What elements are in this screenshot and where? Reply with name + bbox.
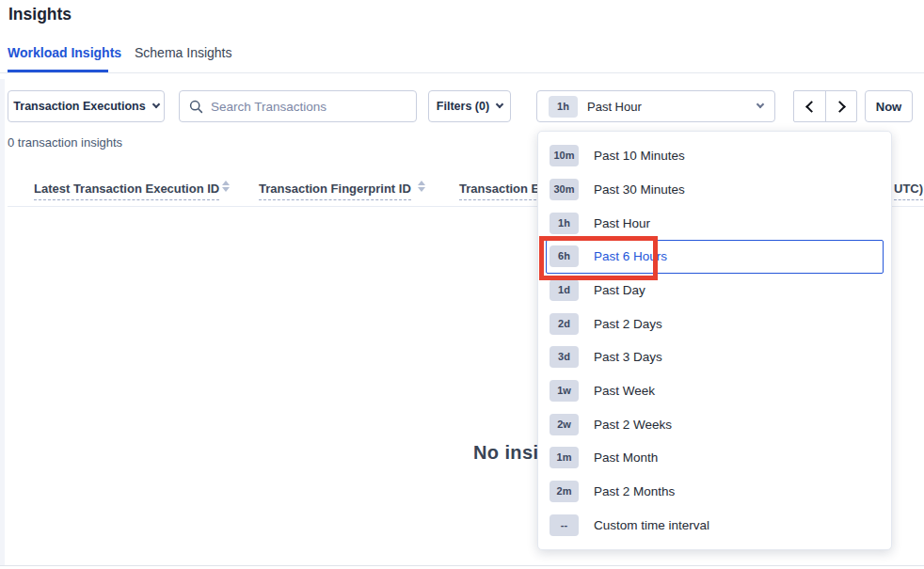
time-option-label: Past 2 Weeks: [594, 418, 672, 432]
time-interval-badge: 1h: [549, 96, 578, 118]
time-option-past-week[interactable]: 1w Past Week: [546, 374, 884, 408]
time-option-badge: 10m: [550, 145, 579, 166]
search-box[interactable]: [179, 90, 417, 122]
time-option-label: Past 3 Days: [594, 350, 662, 364]
time-option-badge: 2w: [550, 414, 579, 435]
filters-button[interactable]: Filters (0): [428, 90, 511, 122]
column-header-start-time-utc-fragment[interactable]: UTC): [894, 182, 923, 200]
chevron-down-icon: [496, 101, 503, 108]
time-option-past-day[interactable]: 1d Past Day: [546, 274, 884, 308]
time-option-past-3-days[interactable]: 3d Past 3 Days: [546, 340, 884, 374]
tabs-divider: [0, 72, 924, 73]
time-option-label: Past Hour: [594, 216, 650, 230]
time-option-label: Past Month: [594, 450, 658, 465]
time-option-badge: 2d: [550, 313, 579, 335]
time-option-past-2-months[interactable]: 2m Past 2 Months: [546, 475, 884, 509]
time-pager: [793, 90, 857, 122]
now-button-label: Now: [876, 100, 901, 114]
time-option-past-6-hours[interactable]: 6h Past 6 Hours: [546, 240, 884, 274]
time-option-badge: 30m: [550, 179, 579, 200]
time-option-label: Past 2 Months: [594, 484, 675, 498]
time-option-badge: 3d: [550, 346, 579, 368]
page-bottom-divider: [0, 565, 924, 566]
time-option-badge: 1m: [550, 447, 579, 468]
tab-schema-insights[interactable]: Schema Insights: [135, 45, 232, 60]
filters-button-label: Filters (0): [437, 100, 489, 113]
chevron-down-icon: [151, 101, 159, 108]
transaction-type-select[interactable]: Transaction Executions: [8, 90, 165, 122]
time-option-label: Past 10 Minutes: [594, 149, 685, 163]
time-option-badge: --: [550, 514, 579, 536]
time-option-past-hour[interactable]: 1h Past Hour: [546, 206, 884, 240]
search-input[interactable]: [211, 100, 406, 114]
now-button[interactable]: Now: [865, 90, 913, 122]
time-interval-dropdown: 10m Past 10 Minutes 30m Past 30 Minutes …: [537, 131, 892, 550]
chevron-right-icon: [834, 101, 846, 113]
time-option-badge: 1w: [550, 380, 579, 402]
time-option-past-2-days[interactable]: 2d Past 2 Days: [546, 307, 884, 340]
time-option-label: Past 2 Days: [594, 317, 662, 331]
time-option-label: Past 30 Minutes: [594, 182, 685, 197]
time-option-badge: 2m: [550, 481, 579, 502]
time-option-past-2-weeks[interactable]: 2w Past 2 Weeks: [546, 407, 884, 441]
insights-page: Insights Workload Insights Schema Insigh…: [0, 0, 924, 569]
time-option-badge: 6h: [550, 245, 579, 267]
time-interval-label: Past Hour: [587, 100, 642, 114]
next-interval-button[interactable]: [825, 91, 856, 121]
time-option-label: Past Day: [594, 283, 645, 297]
column-header-latest-transaction-execution-id[interactable]: Latest Transaction Execution ID: [34, 182, 219, 200]
insights-count: 0 transaction insights: [8, 135, 122, 150]
page-left-gutter: [0, 79, 5, 566]
time-option-past-10-minutes[interactable]: 10m Past 10 Minutes: [546, 139, 884, 173]
time-interval-picker[interactable]: 1h Past Hour: [536, 90, 775, 122]
transaction-type-select-label: Transaction Executions: [13, 100, 145, 113]
time-option-label: Past Week: [594, 384, 655, 398]
time-option-custom-interval[interactable]: -- Custom time interval: [546, 508, 884, 542]
chevron-down-icon: [757, 101, 764, 108]
tab-workload-insights[interactable]: Workload Insights: [8, 45, 121, 60]
column-header-transaction-execution[interactable]: Transaction Ex: [459, 182, 546, 200]
page-title: Insights: [8, 5, 72, 24]
time-option-past-month[interactable]: 1m Past Month: [546, 441, 884, 475]
time-option-label: Past 6 Hours: [594, 249, 667, 263]
time-option-label: Custom time interval: [594, 518, 709, 532]
column-header-transaction-fingerprint-id[interactable]: Transaction Fingerprint ID: [259, 182, 411, 200]
sort-icon[interactable]: [221, 181, 231, 192]
time-option-past-30-minutes[interactable]: 30m Past 30 Minutes: [546, 173, 884, 207]
chevron-left-icon: [805, 101, 818, 113]
previous-interval-button[interactable]: [794, 91, 825, 121]
sort-icon[interactable]: [417, 181, 426, 192]
search-icon: [189, 100, 203, 114]
time-option-badge: 1h: [550, 213, 579, 234]
time-option-badge: 1d: [550, 279, 579, 301]
